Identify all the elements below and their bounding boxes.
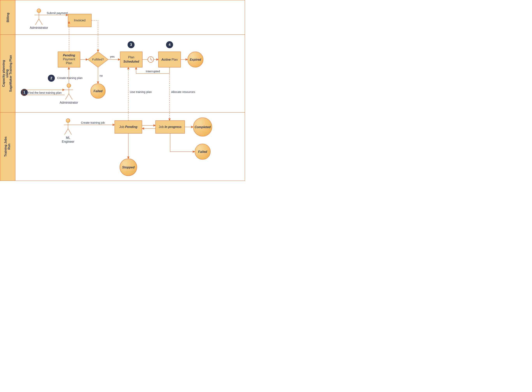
edge-yes-label: yes: [110, 55, 115, 58]
edge-invoiced-to-fulfilled: [91, 20, 98, 52]
node-fulfilled: Fulfilled?: [88, 52, 108, 67]
edge-submit-payment-label: Submit payment: [47, 11, 68, 14]
actor-admin-capacity: [65, 84, 73, 100]
actor-admin-billing-label: Administrator: [30, 26, 48, 29]
actor-admin-billing: [35, 9, 43, 25]
node-pending-l1: Pending: [63, 54, 75, 57]
node-failed-label: Failed: [93, 89, 103, 93]
node-jobpending-l1: Job: [119, 125, 125, 129]
edge-progress-to-failed: [170, 133, 195, 152]
node-job-failed-label: Failed: [198, 150, 207, 154]
node-plan-scheduled: [120, 52, 142, 67]
actor-ml-engineer: [64, 119, 72, 135]
node-jobprog-l2: In progress: [165, 125, 182, 129]
edge-no-label: no: [100, 74, 103, 77]
node-active-l2: Plan: [171, 58, 178, 61]
svg-text:Pending: Pending: [63, 54, 75, 57]
svg-line-19: [69, 94, 72, 100]
svg-text:4: 4: [168, 43, 171, 47]
svg-text:Job In progress: Job In progress: [159, 125, 182, 129]
actor-admin-capacity-label: Administrator: [60, 101, 78, 104]
svg-line-18: [65, 94, 69, 100]
edge-create-job-label: Create training job: [81, 121, 105, 124]
svg-line-33: [68, 129, 72, 135]
lane-title-capacity-1: Capacity planning: [2, 60, 5, 87]
svg-point-29: [66, 119, 70, 122]
lane-title-jobs-1: Training Jobs: [4, 136, 7, 157]
svg-line-32: [65, 129, 68, 135]
svg-text:Fulfilled?: Fulfilled?: [92, 58, 104, 61]
swimlane-diagram: Billing Capacity planning using SageMake…: [0, 0, 245, 181]
actor-ml-label-1: ML: [66, 136, 70, 140]
node-stopped-label: Stopped: [122, 166, 135, 169]
svg-point-6: [37, 9, 41, 13]
svg-text:Active Plan: Active Plan: [161, 58, 178, 61]
edge-interrupted-label: Interrupted: [146, 70, 160, 73]
svg-rect-1: [0, 0, 15, 181]
node-pending-l3: Plan: [66, 61, 72, 65]
svg-text:2: 2: [50, 76, 52, 80]
lane-title-jobs-2: Run: [7, 144, 11, 149]
node-active-l1: Active: [161, 58, 171, 61]
node-expired-label: Expired: [190, 58, 201, 61]
node-jobprog-l1: Job: [159, 125, 164, 129]
actor-ml-label-2: Engineer: [62, 140, 75, 143]
edge-use-plan-label: Use training plan: [130, 90, 152, 93]
lane-title-billing: Billing: [6, 13, 9, 22]
svg-text:3: 3: [130, 43, 132, 47]
node-plan-l2: Scheduled: [123, 60, 140, 63]
node-invoiced-label: Invoiced: [74, 19, 86, 22]
node-jobpending-l2: Pending: [125, 125, 137, 129]
node-pending-l2: Payment: [63, 58, 75, 61]
svg-line-10: [39, 19, 42, 25]
svg-point-15: [67, 84, 71, 88]
edge-alloc-label: Allocate resources: [171, 90, 195, 93]
node-completed-label: Completed: [195, 126, 211, 129]
svg-text:1: 1: [23, 90, 25, 94]
edge-create-plan-label: Create training plan: [57, 76, 83, 79]
lane-title-capacity-2: using: [5, 70, 9, 78]
lane-title-capacity-3: SageMaker Training Plan: [9, 55, 12, 92]
svg-line-9: [35, 19, 39, 25]
clock-icon: [148, 56, 154, 62]
edge-find-plan-label: Find the best training plan: [28, 91, 62, 94]
node-plan-l1: Plan: [128, 56, 134, 59]
svg-text:Job Pending: Job Pending: [119, 125, 137, 129]
